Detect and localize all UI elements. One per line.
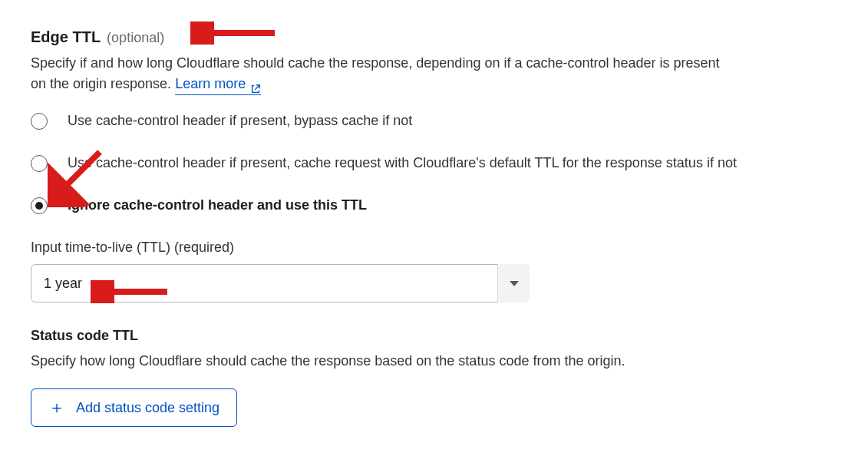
status-code-ttl-title: Status code TTL	[31, 326, 837, 346]
edge-ttl-description: Specify if and how long Cloudflare shoul…	[31, 53, 721, 95]
external-link-icon	[250, 80, 261, 91]
plus-icon: ＋	[48, 399, 65, 416]
radio-icon	[31, 113, 48, 130]
edge-ttl-heading: Edge TTL (optional)	[31, 25, 837, 48]
optional-tag: (optional)	[107, 28, 164, 48]
radio-option-default-ttl[interactable]: Use cache-control header if present, cac…	[31, 153, 837, 174]
ttl-select-wrapper: 1 year	[31, 264, 530, 302]
ttl-input-label: Input time-to-live (TTL) (required)	[31, 237, 837, 258]
radio-label: Use cache-control header if present, cac…	[68, 153, 737, 174]
edge-ttl-title: Edge TTL	[31, 25, 101, 48]
status-code-ttl-description: Specify how long Cloudflare should cache…	[31, 351, 721, 372]
edge-ttl-description-text: Specify if and how long Cloudflare shoul…	[31, 55, 720, 91]
radio-label: Use cache-control header if present, byp…	[68, 111, 412, 131]
add-button-label: Add status code setting	[76, 400, 219, 416]
edge-ttl-radio-group: Use cache-control header if present, byp…	[31, 111, 837, 216]
radio-option-bypass[interactable]: Use cache-control header if present, byp…	[31, 111, 837, 131]
add-status-code-setting-button[interactable]: ＋ Add status code setting	[31, 388, 237, 427]
ttl-select[interactable]: 1 year	[31, 264, 530, 302]
ttl-select-value: 1 year	[44, 273, 82, 294]
radio-icon	[31, 197, 48, 214]
radio-icon	[31, 155, 48, 172]
radio-label: Ignore cache-control header and use this…	[68, 195, 367, 216]
learn-more-link[interactable]: Learn more	[175, 74, 261, 95]
radio-option-ignore-header[interactable]: Ignore cache-control header and use this…	[31, 195, 837, 216]
learn-more-text: Learn more	[175, 74, 246, 94]
